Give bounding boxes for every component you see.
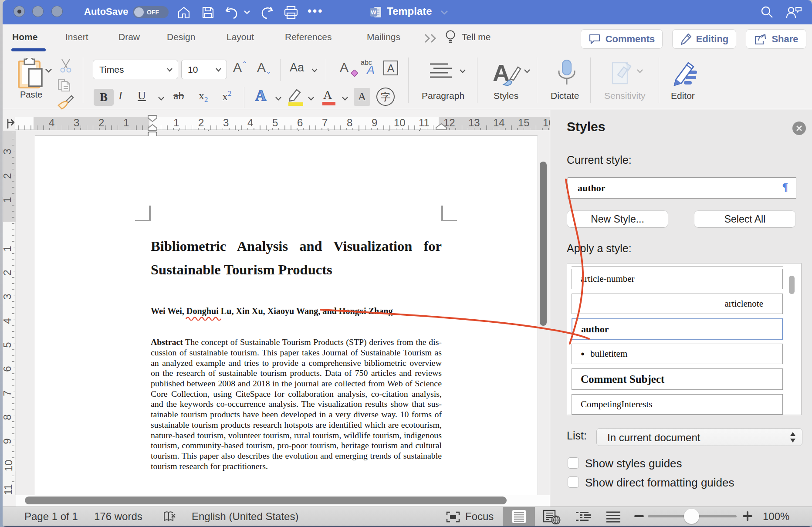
svg-text:W: W — [371, 9, 376, 16]
